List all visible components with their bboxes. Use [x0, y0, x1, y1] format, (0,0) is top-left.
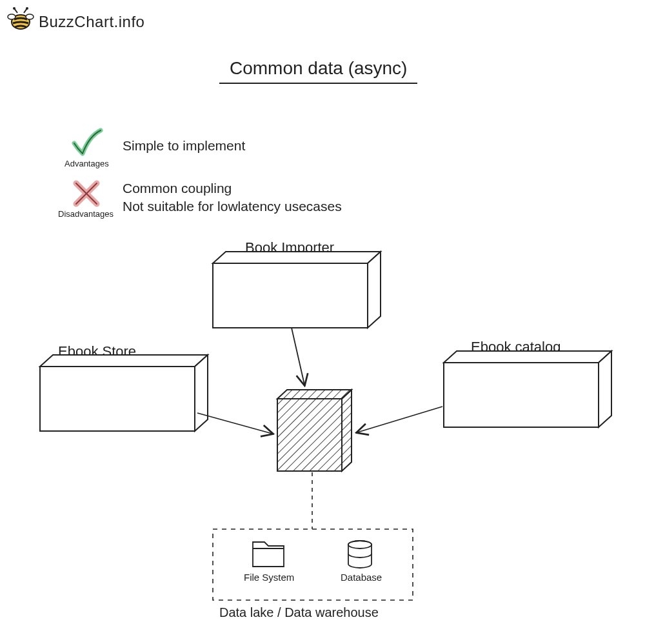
- svg-marker-8: [368, 252, 381, 328]
- svg-rect-9: [40, 367, 195, 431]
- folder-icon: [253, 542, 284, 567]
- svg-marker-16: [277, 390, 352, 399]
- database-icon: [348, 541, 372, 568]
- storage-group-label: Data lake / Data warehouse: [219, 605, 379, 620]
- svg-marker-7: [213, 252, 381, 263]
- svg-marker-14: [599, 351, 611, 427]
- svg-rect-6: [213, 263, 368, 328]
- diagram-canvas: [0, 0, 645, 644]
- storage-group-box: [213, 529, 413, 600]
- arrow-importer-to-shared: [292, 328, 304, 385]
- arrow-store-to-shared: [197, 413, 272, 434]
- ebook-catalog-box: [444, 351, 611, 427]
- book-importer-box: [213, 252, 381, 328]
- shared-data-node: [277, 390, 352, 471]
- file-system-caption: File System: [244, 572, 294, 583]
- svg-marker-17: [342, 390, 352, 471]
- database-caption: Database: [341, 572, 382, 583]
- svg-marker-11: [195, 355, 208, 431]
- svg-rect-15: [277, 399, 342, 471]
- svg-rect-12: [444, 363, 599, 427]
- ebook-store-box: [40, 355, 208, 431]
- svg-marker-10: [40, 355, 208, 367]
- arrow-catalog-to-shared: [357, 407, 442, 432]
- svg-marker-13: [444, 351, 611, 363]
